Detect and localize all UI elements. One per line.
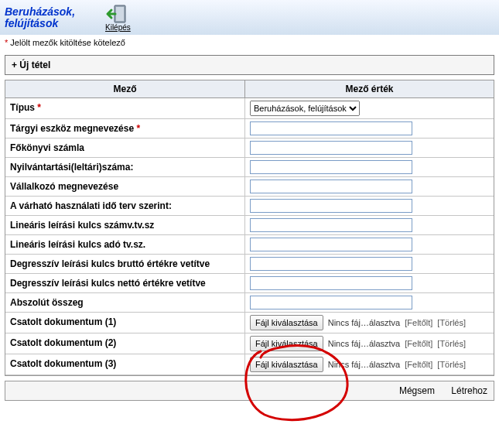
abszolut-input[interactable] bbox=[250, 296, 412, 309]
header-bar: Beruházások, felújítások Kilépés bbox=[0, 0, 499, 35]
new-item-button[interactable]: + Új tétel bbox=[5, 55, 494, 75]
degressziv-netto-input[interactable] bbox=[250, 276, 412, 290]
file-status-1: Nincs fáj…álasztva bbox=[328, 318, 401, 327]
field-label: Csatolt dokumentum (2) bbox=[5, 333, 245, 354]
row-type: Típus * Beruházások, felújítások bbox=[5, 98, 494, 119]
column-value-label: Mező érték bbox=[245, 80, 494, 97]
page-title: Beruházások, felújítások bbox=[5, 6, 97, 29]
field-label: Abszolút összeg bbox=[5, 293, 245, 312]
field-label: Degresszív leírási kulcs nettó értékre v… bbox=[5, 274, 245, 292]
required-note: * Jelölt mezők kitöltése kötelező bbox=[0, 35, 499, 50]
exit-label: Kilépés bbox=[105, 23, 131, 32]
delete-link-3[interactable]: [Törlés] bbox=[437, 360, 466, 369]
field-label: Lineáris leírási kulcs számv.tv.sz bbox=[5, 216, 245, 234]
linearis-ado-input[interactable] bbox=[250, 238, 412, 251]
field-label: Nyilvántartási(leltári)száma: bbox=[5, 158, 245, 176]
file-status-3: Nincs fáj…álasztva bbox=[328, 360, 401, 369]
row-fokonyvi: Főkönyvi számla bbox=[5, 139, 494, 158]
field-label: Tárgyi eszköz megnevezése bbox=[10, 123, 134, 134]
field-label: Lineáris leírási kulcs adó tv.sz. bbox=[5, 235, 245, 254]
targyi-eszkoz-input[interactable] bbox=[250, 121, 412, 135]
column-headers: Mező Mező érték bbox=[5, 80, 494, 98]
field-label: A várható használati idő terv szerint: bbox=[5, 197, 245, 215]
field-label: Vállalkozó megnevezése bbox=[5, 177, 245, 196]
exit-icon bbox=[105, 3, 130, 25]
row-hasznalati-ido: A várható használati idő terv szerint: bbox=[5, 197, 494, 216]
field-label: Csatolt dokumentum (1) bbox=[5, 313, 245, 333]
cancel-button[interactable]: Mégsem bbox=[399, 385, 435, 396]
delete-link-1[interactable]: [Törlés] bbox=[437, 318, 466, 327]
create-button[interactable]: Létrehoz bbox=[451, 385, 487, 396]
file-select-button-3[interactable]: Fájl kiválasztása bbox=[250, 357, 323, 372]
degressziv-brutto-input[interactable] bbox=[250, 257, 412, 271]
field-label: Csatolt dokumentum (3) bbox=[5, 354, 245, 374]
row-nyilvantartasi: Nyilvántartási(leltári)száma: bbox=[5, 158, 494, 177]
linearis-szamv-input[interactable] bbox=[250, 218, 412, 232]
form-table: Mező Mező érték Típus * Beruházások, fel… bbox=[5, 80, 494, 376]
row-abszolut: Abszolút összeg bbox=[5, 293, 494, 313]
column-field-label: Mező bbox=[5, 80, 245, 97]
row-vallalkozo: Vállalkozó megnevezése bbox=[5, 177, 494, 197]
upload-link-3[interactable]: [Feltőlt] bbox=[405, 360, 432, 369]
actions-bar: Mégsem Létrehoz bbox=[5, 381, 494, 401]
file-select-button-2[interactable]: Fájl kiválasztása bbox=[250, 336, 323, 351]
field-label: Főkönyvi számla bbox=[5, 139, 245, 157]
field-label: Degresszív leírási kulcs bruttó értékre … bbox=[5, 255, 245, 273]
svg-rect-1 bbox=[116, 7, 124, 21]
delete-link-2[interactable]: [Törlés] bbox=[437, 339, 466, 348]
file-status-2: Nincs fáj…álasztva bbox=[328, 339, 401, 348]
vallalkozo-input[interactable] bbox=[250, 180, 412, 193]
row-linearis-ado: Lineáris leírási kulcs adó tv.sz. bbox=[5, 235, 494, 255]
row-degressziv-netto: Degresszív leírási kulcs nettó értékre v… bbox=[5, 274, 494, 293]
row-degressziv-brutto: Degresszív leírási kulcs bruttó értékre … bbox=[5, 255, 494, 274]
row-attachment-1: Csatolt dokumentum (1) Fájl kiválasztása… bbox=[5, 313, 494, 333]
row-attachment-3: Csatolt dokumentum (3) Fájl kiválasztása… bbox=[5, 354, 494, 375]
exit-button[interactable]: Kilépés bbox=[105, 3, 131, 32]
row-attachment-2: Csatolt dokumentum (2) Fájl kiválasztása… bbox=[5, 333, 494, 354]
fokonyvi-input[interactable] bbox=[250, 141, 412, 155]
row-linearis-szamv: Lineáris leírási kulcs számv.tv.sz bbox=[5, 216, 494, 235]
row-type-label: Típus * bbox=[5, 98, 245, 118]
type-select[interactable]: Beruházások, felújítások bbox=[250, 101, 360, 116]
hasznalati-ido-input[interactable] bbox=[250, 199, 412, 213]
row-targyi-eszkoz: Tárgyi eszköz megnevezése * bbox=[5, 119, 494, 139]
upload-link-2[interactable]: [Feltőlt] bbox=[405, 339, 432, 348]
file-select-button-1[interactable]: Fájl kiválasztása bbox=[250, 315, 323, 330]
nyilvantartasi-input[interactable] bbox=[250, 160, 412, 174]
upload-link-1[interactable]: [Feltőlt] bbox=[405, 318, 432, 327]
